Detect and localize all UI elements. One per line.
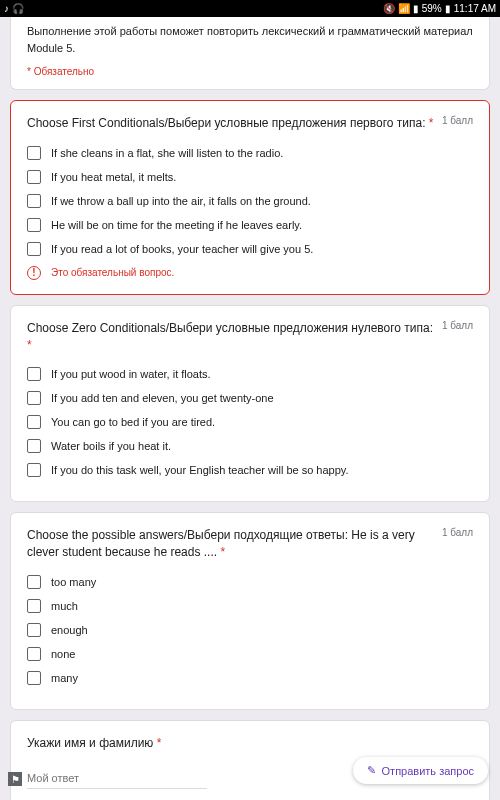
error-row: ! Это обязательный вопрос.	[27, 266, 473, 280]
option-row[interactable]: If you heat metal, it melts.	[27, 170, 473, 184]
checkbox-icon[interactable]	[27, 599, 41, 613]
option-text: many	[51, 672, 78, 684]
option-text: much	[51, 600, 78, 612]
option-text: If you add ten and eleven, you get twent…	[51, 392, 274, 404]
question-card-3: Choose the possible answers/Выбери подхо…	[10, 512, 490, 710]
option-text: Water boils if you heat it.	[51, 440, 171, 452]
pencil-icon: ✎	[367, 764, 376, 777]
question-title: Choose the possible answers/Выбери подхо…	[27, 527, 434, 561]
option-row[interactable]: If you add ten and eleven, you get twent…	[27, 391, 473, 405]
alert-icon: !	[27, 266, 41, 280]
required-asterisk: *	[220, 545, 225, 559]
status-right: 🔇 📶 ▮ 59% ▮ 11:17 AM	[383, 3, 496, 14]
checkbox-icon[interactable]	[27, 575, 41, 589]
checkbox-icon[interactable]	[27, 194, 41, 208]
option-text: If she cleans in a flat, she will listen…	[51, 147, 283, 159]
option-row[interactable]: enough	[27, 623, 473, 637]
option-row[interactable]: too many	[27, 575, 473, 589]
report-icon[interactable]: ⚑	[8, 772, 22, 786]
question-card-2: Choose Zero Conditionals/Выбери условные…	[10, 305, 490, 503]
checkbox-icon[interactable]	[27, 671, 41, 685]
question-header: Choose First Conditionals/Выбери условны…	[27, 115, 473, 132]
signal-icon: ▮	[413, 3, 419, 14]
headphone-icon: 🎧	[12, 3, 24, 14]
error-text: Это обязательный вопрос.	[51, 267, 174, 278]
required-note: * Обязательно	[27, 66, 473, 77]
option-text: He will be on time for the meeting if he…	[51, 219, 302, 231]
checkbox-icon[interactable]	[27, 170, 41, 184]
intro-card: Выполнение этой работы поможет повторить…	[10, 17, 490, 90]
option-row[interactable]: If she cleans in a flat, she will listen…	[27, 146, 473, 160]
checkbox-icon[interactable]	[27, 218, 41, 232]
question-header: Choose the possible answers/Выбери подхо…	[27, 527, 473, 561]
music-icon: ♪	[4, 3, 9, 14]
option-row[interactable]: If you read a lot of books, your teacher…	[27, 242, 473, 256]
mute-icon: 🔇	[383, 3, 395, 14]
checkbox-icon[interactable]	[27, 439, 41, 453]
option-text: If you read a lot of books, your teacher…	[51, 243, 313, 255]
option-text: If we throw a ball up into the air, it f…	[51, 195, 311, 207]
option-text: If you put wood in water, it floats.	[51, 368, 211, 380]
question-card-1: Choose First Conditionals/Выбери условны…	[10, 100, 490, 295]
required-asterisk: *	[429, 116, 434, 130]
option-row[interactable]: none	[27, 647, 473, 661]
required-asterisk: *	[157, 736, 162, 750]
checkbox-icon[interactable]	[27, 242, 41, 256]
checkbox-icon[interactable]	[27, 391, 41, 405]
clock-text: 11:17 AM	[454, 3, 496, 14]
option-row[interactable]: You can go to bed if you are tired.	[27, 415, 473, 429]
option-row[interactable]: If we throw a ball up into the air, it f…	[27, 194, 473, 208]
submit-button[interactable]: ✎ Отправить запрос	[353, 757, 488, 784]
checkbox-icon[interactable]	[27, 463, 41, 477]
option-row[interactable]: If you do this task well, your English t…	[27, 463, 473, 477]
wifi-icon: 📶	[398, 3, 410, 14]
option-text: too many	[51, 576, 96, 588]
question-points: 1 балл	[442, 320, 473, 331]
option-text: If you heat metal, it melts.	[51, 171, 176, 183]
checkbox-icon[interactable]	[27, 146, 41, 160]
option-text: none	[51, 648, 75, 660]
checkbox-icon[interactable]	[27, 647, 41, 661]
intro-text: Выполнение этой работы поможет повторить…	[27, 23, 473, 56]
form-content: Выполнение этой работы поможет повторить…	[0, 17, 500, 800]
option-text: enough	[51, 624, 88, 636]
question-title: Choose First Conditionals/Выбери условны…	[27, 115, 434, 132]
option-row[interactable]: He will be on time for the meeting if he…	[27, 218, 473, 232]
question-title: Choose Zero Conditionals/Выбери условные…	[27, 320, 434, 354]
question-points: 1 балл	[442, 115, 473, 126]
name-input[interactable]	[27, 768, 207, 789]
option-row[interactable]: much	[27, 599, 473, 613]
checkbox-icon[interactable]	[27, 367, 41, 381]
question-header: Choose Zero Conditionals/Выбери условные…	[27, 320, 473, 354]
checkbox-icon[interactable]	[27, 415, 41, 429]
required-asterisk: *	[27, 338, 32, 352]
option-text: If you do this task well, your English t…	[51, 464, 349, 476]
submit-label: Отправить запрос	[382, 765, 474, 777]
status-bar: ♪ 🎧 🔇 📶 ▮ 59% ▮ 11:17 AM	[0, 0, 500, 17]
checkbox-icon[interactable]	[27, 623, 41, 637]
option-row[interactable]: Water boils if you heat it.	[27, 439, 473, 453]
status-left: ♪ 🎧	[4, 3, 24, 14]
question-points: 1 балл	[442, 527, 473, 538]
option-row[interactable]: many	[27, 671, 473, 685]
battery-icon: ▮	[445, 3, 451, 14]
option-row[interactable]: If you put wood in water, it floats.	[27, 367, 473, 381]
option-text: You can go to bed if you are tired.	[51, 416, 215, 428]
battery-text: 59%	[422, 3, 442, 14]
question-title: Укажи имя и фамилию *	[27, 735, 473, 752]
